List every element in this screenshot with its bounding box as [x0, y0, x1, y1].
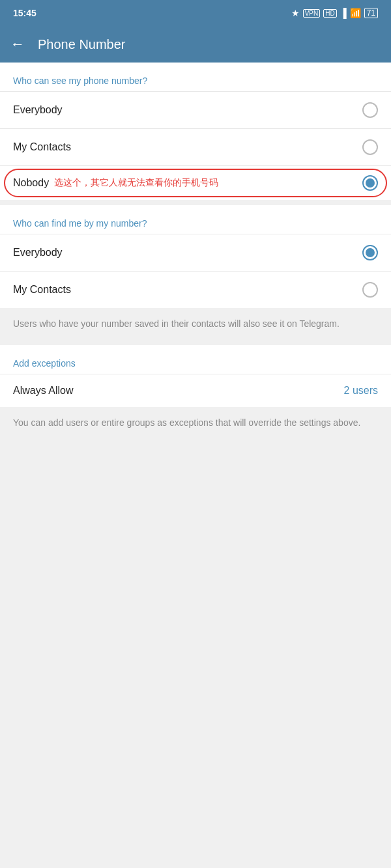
hd-badge: HD: [323, 9, 336, 18]
always-allow-row[interactable]: Always Allow 2 users: [0, 374, 391, 407]
status-time: 15:45: [13, 8, 36, 18]
can-see-section: Who can see my phone number? Everybody M…: [0, 63, 391, 200]
wifi-icon: 📶: [350, 8, 361, 18]
see-nobody-label: Nobody: [13, 177, 49, 189]
can-find-label: Who can find me by my number?: [0, 205, 391, 234]
find-everybody-radio[interactable]: [362, 245, 378, 260]
see-everybody-radio[interactable]: [362, 102, 378, 118]
add-exceptions-label[interactable]: Add exceptions: [0, 345, 391, 374]
bluetooth-icon: ★: [291, 8, 300, 18]
signal-icon: ▐: [340, 8, 347, 18]
exceptions-info-text: You can add users or entire groups as ex…: [0, 407, 391, 439]
app-header: ← Phone Number: [0, 26, 391, 63]
find-everybody-row[interactable]: Everybody: [0, 234, 391, 271]
see-nobody-row[interactable]: Nobody 选这个，其它人就无法查看你的手机号码: [0, 165, 391, 200]
see-my-contacts-label: My Contacts: [13, 141, 71, 153]
exceptions-section: Add exceptions Always Allow 2 users: [0, 345, 391, 407]
see-everybody-row[interactable]: Everybody: [0, 91, 391, 128]
vpn-badge: VPN: [303, 9, 321, 18]
can-see-label: Who can see my phone number?: [0, 63, 391, 91]
find-my-contacts-radio[interactable]: [362, 282, 378, 298]
see-everybody-label: Everybody: [13, 104, 63, 116]
status-icons: ★ VPN HD ▐ 📶 71: [291, 8, 378, 18]
find-my-contacts-label: My Contacts: [13, 284, 71, 296]
separator-2: [0, 340, 391, 345]
can-find-section: Who can find me by my number? Everybody …: [0, 205, 391, 308]
separator-1: [0, 200, 391, 205]
always-allow-count: 2 users: [344, 385, 378, 397]
nobody-chinese-annotation: 选这个，其它人就无法查看你的手机号码: [54, 177, 218, 189]
find-info-text: Users who have your number saved in thei…: [0, 308, 391, 340]
battery-icon: 71: [364, 8, 378, 18]
status-bar: 15:45 ★ VPN HD ▐ 📶 71: [0, 0, 391, 26]
see-my-contacts-radio[interactable]: [362, 139, 378, 155]
back-button[interactable]: ←: [10, 36, 25, 53]
find-my-contacts-row[interactable]: My Contacts: [0, 271, 391, 308]
always-allow-label: Always Allow: [13, 385, 73, 397]
bottom-spacer: [0, 439, 391, 634]
page-title: Phone Number: [38, 37, 126, 52]
find-everybody-label: Everybody: [13, 247, 63, 259]
see-my-contacts-row[interactable]: My Contacts: [0, 128, 391, 165]
see-nobody-radio[interactable]: [362, 175, 378, 191]
